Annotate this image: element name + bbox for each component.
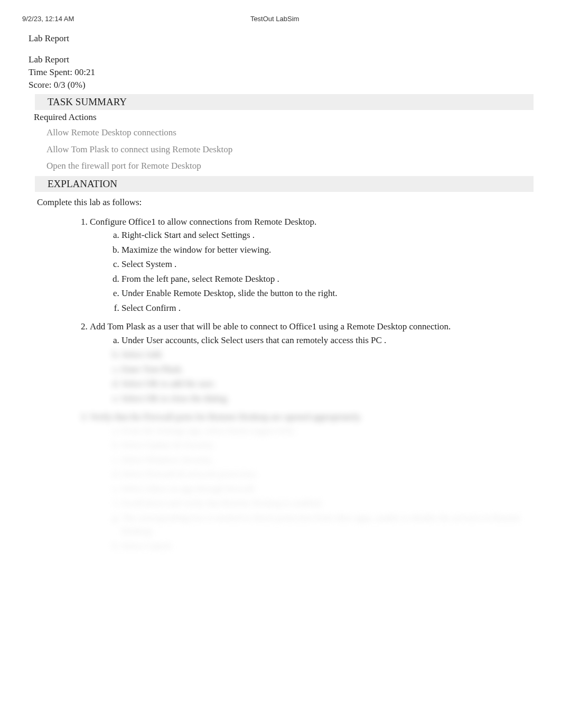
substep-blurred: Select OK to close the dialog.	[121, 392, 539, 406]
step-3-substeps: From the Settings app, select Home (uppe…	[121, 424, 539, 553]
header-app-name: TestOut LabSim	[250, 15, 300, 23]
report-label: Lab Report	[29, 53, 539, 66]
substep-blurred: Select Firewall & network protection.	[121, 467, 539, 481]
substep: Under Enable Remote Desktop, slide the b…	[121, 287, 539, 300]
substep-blurred: Enter Tom Plask.	[121, 363, 539, 376]
substep-blurred: Scroll down and verify that Remote Deskt…	[121, 496, 539, 510]
step-2: Add Tom Plask as a user that will be abl…	[90, 320, 539, 405]
substep: From the left pane, select Remote Deskto…	[121, 272, 539, 286]
substep: Right-click Start and select Settings .	[121, 228, 539, 242]
step-3-blurred: Verify that the Firewall ports for Remot…	[90, 410, 539, 552]
substep: Select System .	[121, 257, 539, 271]
step-2-substeps: Under User accounts, click Select users …	[121, 334, 539, 406]
step-1-substeps: Right-click Start and select Settings . …	[121, 228, 539, 315]
substep: Select Confirm .	[121, 301, 539, 315]
task-summary-header: TASK SUMMARY	[35, 94, 534, 110]
substep-blurred: The corresponding box is marked to block…	[121, 511, 539, 538]
required-actions-label: Required Actions	[34, 112, 539, 123]
time-spent: Time Spent: 00:21	[29, 66, 539, 79]
substep: Under User accounts, click Select users …	[121, 334, 539, 347]
report-meta: Lab Report Time Spent: 00:21 Score: 0/3 …	[29, 53, 539, 91]
explanation-header: EXPLANATION	[35, 176, 534, 192]
action-item: Open the firewall port for Remote Deskto…	[46, 159, 539, 173]
substep-blurred: Select Add.	[121, 348, 539, 362]
explanation-steps: Configure Office1 to allow connections f…	[90, 215, 539, 553]
page-header: 9/2/23, 12:14 AM TestOut LabSim	[22, 15, 539, 23]
header-timestamp: 9/2/23, 12:14 AM	[22, 15, 74, 23]
score: Score: 0/3 (0%)	[29, 79, 539, 91]
action-item: Allow Tom Plask to connect using Remote …	[46, 143, 539, 156]
substep-blurred: Select Windows Security.	[121, 453, 539, 467]
substep-blurred: Select OK to add the user.	[121, 377, 539, 391]
substep-blurred: Select Allow an app through firewall.	[121, 482, 539, 496]
page-title: Lab Report	[29, 33, 539, 44]
substep-blurred: Select Cancel.	[121, 539, 539, 553]
substep-blurred: From the Settings app, select Home (uppe…	[121, 424, 539, 438]
step-1: Configure Office1 to allow connections f…	[90, 215, 539, 315]
explanation-intro: Complete this lab as follows:	[37, 197, 539, 208]
substep-blurred: Select Update & Security.	[121, 438, 539, 452]
substep: Maximize the window for better viewing.	[121, 243, 539, 257]
action-item: Allow Remote Desktop connections	[46, 126, 539, 140]
